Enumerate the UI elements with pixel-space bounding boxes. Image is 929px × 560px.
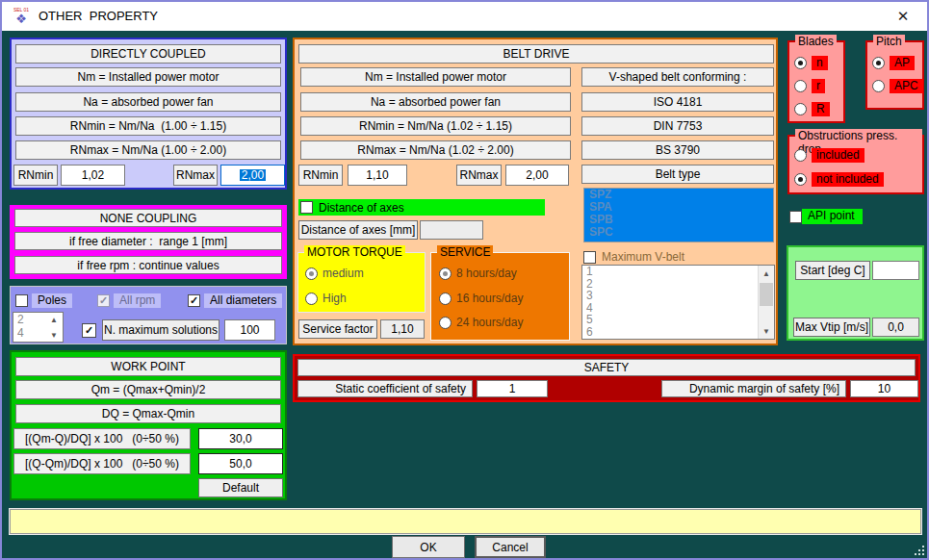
wp-qqm-input[interactable]: 50,0 [198, 453, 283, 474]
pitch-ap-radio[interactable] [872, 57, 885, 69]
dynamic-safety-label: Dynamic margin of safety [%] [661, 380, 846, 397]
ok-button[interactable]: OK [392, 536, 465, 558]
scroll-down-icon[interactable]: ▼ [46, 327, 62, 343]
resize-grip-icon[interactable] [915, 546, 924, 555]
obstructions-included-radio[interactable] [794, 149, 807, 162]
scrollbar-thumb[interactable] [760, 283, 773, 306]
bd-rnmin-formula: RNmin = Nm/Na (1.02 ÷ 1.15) [300, 116, 571, 136]
service-8h-label: 8 hours/day [456, 267, 517, 280]
dc-rnmax-formula: RNmax = Nm/Na (1.00 ÷ 2.00) [15, 140, 281, 160]
vbelt-count-item[interactable]: 3 [582, 290, 774, 302]
cancel-button[interactable]: Cancel [475, 536, 546, 558]
service-8h-radio[interactable] [439, 267, 452, 280]
n-max-solutions-input[interactable]: 100 [224, 319, 275, 341]
distance-of-axes-input[interactable] [420, 220, 483, 240]
max-vtip-button[interactable]: Max Vtip [m/s] [793, 318, 870, 337]
bd-rnmax-caption: RNmax [456, 165, 502, 186]
motor-torque-medium-radio[interactable] [305, 267, 318, 280]
bd-iso-label: ISO 4181 [581, 92, 774, 112]
vbelt-count-item[interactable]: 6 [582, 326, 774, 339]
motor-torque-high-label: High [323, 292, 347, 305]
scroll-up-icon[interactable]: ▲ [46, 312, 62, 327]
all-diameters-label: All diameters [204, 293, 282, 308]
vbelt-scrollbar[interactable]: ▲ ▼ [758, 266, 774, 339]
default-button[interactable]: Default [198, 478, 283, 497]
max-vtip-input[interactable]: 0,0 [872, 318, 919, 337]
n-max-solutions-checkbox[interactable] [82, 323, 96, 338]
distance-of-axes-button[interactable]: Distance of axes [mm] [298, 220, 418, 240]
dc-nm-label: Nm = Installed power motor [15, 67, 281, 87]
dc-rnmax-caption: RNmax [173, 165, 218, 186]
all-diameters-checkbox[interactable] [188, 294, 200, 307]
title-bar: SEL 01 ❖ OTHER PROPERTY ✕ [2, 2, 927, 31]
n-max-solutions-button[interactable]: N. maximum solutions [102, 319, 219, 341]
obstructions-group: Obstructions press. drop included not in… [787, 135, 924, 194]
blades-n-radio[interactable] [794, 57, 807, 69]
wp-qm-label: Qm = (Qmax+Qmin)/2 [15, 380, 281, 399]
blades-r-radio[interactable] [794, 80, 807, 92]
all-rpm-checkbox[interactable] [97, 294, 110, 307]
poles-checkbox[interactable] [15, 294, 28, 307]
all-rpm-label: All rpm [114, 293, 161, 308]
bd-na-label: Na = absorbed power fan [300, 92, 571, 112]
vbelt-count-item[interactable]: 2 [582, 278, 774, 291]
obstructions-not-included-radio[interactable] [794, 173, 807, 186]
maximum-vbelt-listbox[interactable]: 1 2 3 4 5 6 ▲ ▼ [581, 265, 775, 340]
service-factor-button[interactable]: Service factor [298, 319, 377, 339]
poles-scrollbar[interactable]: ▲ ▼ [46, 313, 63, 342]
poles-listbox[interactable]: 2 4 ▲ ▼ [13, 312, 64, 343]
api-point-label: API point [802, 209, 863, 224]
distance-of-axes-bar: Distance of axes [298, 199, 545, 216]
bd-rnmin-input[interactable]: 1,10 [348, 165, 407, 186]
maximum-vbelt-row: Maximum V-belt [583, 249, 774, 265]
pitch-apc-label: APC [890, 79, 923, 93]
belt-drive-panel: BELT DRIVE Nm = Installed power motor Na… [293, 38, 778, 345]
distance-of-axes-label: Distance of axes [319, 201, 404, 215]
close-icon[interactable]: ✕ [890, 6, 916, 27]
distance-of-axes-checkbox[interactable] [300, 201, 313, 214]
motor-torque-group: MOTOR TORQUE medium High [297, 252, 426, 313]
blades-n-label: n [812, 56, 828, 70]
none-coupling-header: NONE COUPLING [14, 209, 282, 227]
api-point-checkbox[interactable] [789, 211, 802, 223]
vbelt-count-item[interactable]: 1 [582, 266, 774, 278]
service-16h-radio[interactable] [439, 293, 452, 305]
bd-rnmax-input[interactable]: 2,00 [505, 165, 569, 186]
service-24h-radio[interactable] [439, 317, 452, 329]
nc-free-diameter-label: if free diameter : range 1 [mm] [14, 232, 282, 250]
motor-torque-high-radio[interactable] [305, 293, 318, 305]
scroll-up-icon[interactable]: ▲ [759, 266, 774, 281]
pitch-apc-radio[interactable] [872, 80, 885, 92]
api-point-row: API point [789, 209, 863, 224]
wp-qmq-input[interactable]: 30,0 [198, 428, 283, 449]
bd-din-label: DIN 7753 [581, 116, 774, 136]
belt-type-item[interactable]: SPC [584, 226, 773, 239]
static-safety-input[interactable]: 1 [477, 380, 548, 397]
vbelt-count-item[interactable]: 4 [582, 302, 774, 315]
poles-row: Poles [15, 293, 72, 308]
service-factor-input[interactable]: 1,10 [380, 319, 425, 339]
belt-type-item[interactable]: SPZ [584, 189, 773, 201]
bd-nm-label: Nm = Installed power motor [300, 67, 571, 87]
vbelt-count-item[interactable]: 5 [582, 314, 774, 326]
obstructions-included-label: included [812, 148, 864, 163]
start-degc-input[interactable] [872, 261, 919, 280]
dc-rnmax-input[interactable]: 2,00 [220, 165, 285, 186]
wp-qmq-label: [(Qm-Q)/DQ] x 100 (0÷50 %) [13, 428, 191, 449]
directly-coupled-panel: DIRECTLY COUPLED Nm = Installed power mo… [10, 38, 287, 190]
scroll-down-icon[interactable]: ▼ [759, 323, 774, 339]
service-24h-label: 24 hours/day [456, 316, 523, 329]
blades-R-radio[interactable] [794, 103, 807, 115]
none-coupling-panel: NONE COUPLING if free diameter : range 1… [10, 205, 287, 279]
bd-bs-label: BS 3790 [581, 140, 774, 160]
status-bar[interactable] [10, 509, 921, 534]
all-rpm-row: All rpm [97, 293, 161, 308]
dc-rnmin-input[interactable]: 1,02 [61, 165, 125, 186]
belt-type-listbox[interactable]: SPZ SPA SPB SPC [583, 188, 774, 242]
wp-dq-label: DQ = Qmax-Qmin [15, 404, 281, 423]
dynamic-safety-input[interactable]: 10 [850, 380, 918, 397]
window-title: OTHER PROPERTY [39, 9, 158, 23]
dc-rnmin-formula: RNmin = Nm/Na (1.00 ÷ 1.15) [15, 116, 281, 136]
start-degc-button[interactable]: Start [deg C] [795, 261, 870, 280]
maximum-vbelt-checkbox[interactable] [583, 251, 596, 264]
